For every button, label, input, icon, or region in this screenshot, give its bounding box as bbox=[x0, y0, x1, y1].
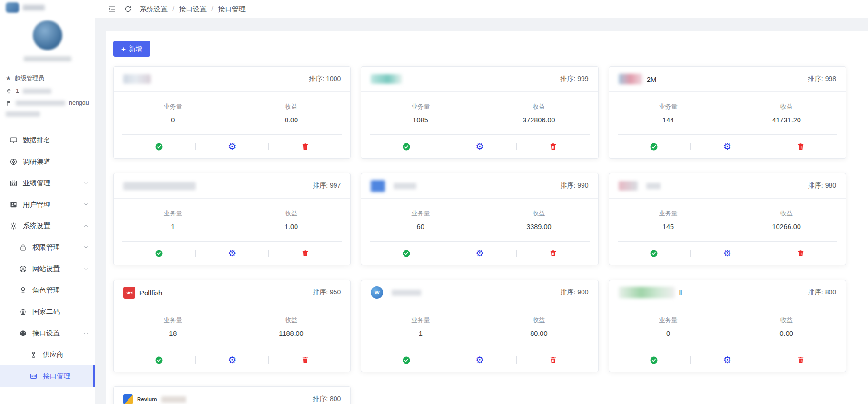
sidebar-item-supplier[interactable]: 供应商 bbox=[0, 344, 95, 365]
provider-card-2: 2M 排序: 998 业务量 144 收益 41731.20 bbox=[609, 66, 846, 159]
settings-action[interactable]: ⚙ bbox=[443, 135, 516, 158]
refresh-icon[interactable] bbox=[124, 5, 132, 13]
delete-action[interactable] bbox=[764, 348, 837, 372]
menu-item-label: 系统设置 bbox=[23, 222, 50, 231]
volume-stat: 业务量 0 bbox=[114, 102, 232, 124]
enable-action[interactable] bbox=[122, 135, 195, 158]
settings-action[interactable]: ⚙ bbox=[691, 348, 764, 372]
sidebar-item-api-mgmt[interactable]: 接口管理 bbox=[0, 365, 95, 387]
settings-action[interactable]: ⚙ bbox=[196, 348, 268, 372]
delete-action[interactable] bbox=[517, 135, 590, 158]
trash-icon bbox=[301, 142, 309, 151]
delete-action[interactable] bbox=[269, 135, 342, 158]
provider-card-9: Revlum 排序: 800 业务量 收益 bbox=[113, 386, 351, 404]
sidebar-item-country-code[interactable]: 国家二码 bbox=[0, 301, 95, 323]
sidebar-item-role-mgmt[interactable]: 角色管理 bbox=[0, 280, 95, 301]
enable-action[interactable] bbox=[370, 135, 443, 158]
enable-action[interactable] bbox=[618, 242, 690, 265]
delete-action[interactable] bbox=[764, 242, 837, 265]
revenue-label: 收益 bbox=[727, 102, 846, 111]
enable-action[interactable] bbox=[618, 348, 690, 372]
sidebar-item-survey-channel[interactable]: 调研渠道 bbox=[0, 151, 95, 172]
monitor-icon bbox=[10, 136, 18, 144]
sort-badge: 排序: 1000 bbox=[309, 75, 341, 83]
settings-action[interactable]: ⚙ bbox=[196, 135, 268, 158]
provider-card-4: 排序: 990 业务量 60 收益 3389.00 ⚙ bbox=[361, 173, 598, 265]
sidebar-menu: 数据排名 调研渠道 业绩管理 用户管理 系统设置 权限管理 网站设置 角色管理 … bbox=[0, 130, 95, 387]
topbar: 系统设置 / 接口设置 / 接口管理 bbox=[95, 0, 868, 18]
revenue-stat: 收益 1188.00 bbox=[232, 316, 351, 337]
delete-action[interactable] bbox=[517, 348, 590, 372]
sort-badge: 排序: 998 bbox=[808, 75, 836, 83]
provider-title-text: ll bbox=[679, 289, 682, 297]
sidebar-item-api-settings[interactable]: 接口设置 bbox=[0, 323, 95, 344]
sort-label: 排序: bbox=[561, 288, 576, 296]
breadcrumb-item-system-settings[interactable]: 系统设置 bbox=[140, 5, 168, 14]
volume-stat: 业务量 145 bbox=[609, 209, 728, 231]
revenue-stat: 收益 0.00 bbox=[727, 316, 846, 337]
settings-action[interactable]: ⚙ bbox=[196, 242, 268, 265]
sort-badge: 排序: 997 bbox=[313, 182, 341, 190]
sort-badge: 排序: 999 bbox=[561, 75, 589, 83]
sidebar-item-site-settings[interactable]: 网站设置 bbox=[0, 258, 95, 280]
card-stats: 业务量 144 收益 41731.20 bbox=[609, 92, 846, 134]
enable-action[interactable] bbox=[370, 348, 443, 372]
chevron-up-icon bbox=[83, 331, 89, 336]
settings-action[interactable]: ⚙ bbox=[443, 348, 516, 372]
sort-badge: 排序: 800 bbox=[808, 288, 836, 297]
sidebar-item-user-mgmt[interactable]: 用户管理 bbox=[0, 194, 95, 215]
check-circle-icon bbox=[650, 142, 658, 151]
settings-action[interactable]: ⚙ bbox=[691, 242, 764, 265]
provider-card-6: Pollfish 排序: 950 业务量 18 收益 1188.00 bbox=[113, 280, 351, 372]
volume-stat: 业务量 18 bbox=[114, 316, 232, 337]
enable-action[interactable] bbox=[122, 348, 195, 372]
provider-title: Pollfish bbox=[123, 287, 162, 299]
provider-logo bbox=[123, 74, 151, 84]
sidebar-item-permission[interactable]: 权限管理 bbox=[0, 237, 95, 258]
revenue-label: 收益 bbox=[480, 316, 598, 324]
card-header: Revlum 排序: 800 bbox=[114, 387, 350, 404]
collapse-sidebar-icon[interactable] bbox=[108, 5, 116, 13]
revenue-label: 收益 bbox=[480, 102, 598, 111]
sort-label: 排序: bbox=[313, 182, 328, 189]
survey-icon bbox=[10, 158, 18, 166]
plus-icon: + bbox=[121, 45, 126, 52]
globe-icon bbox=[19, 265, 27, 273]
user-role-row: ★ 超级管理员 bbox=[6, 74, 90, 82]
user-info: ★ 超级管理员 1 hengdu bbox=[0, 74, 95, 117]
breadcrumb-item-api-settings[interactable]: 接口设置 bbox=[179, 5, 207, 14]
flag-icon bbox=[6, 100, 12, 106]
volume-stat: 业务量 0 bbox=[609, 316, 728, 337]
delete-action[interactable] bbox=[764, 135, 837, 158]
check-circle-icon bbox=[650, 356, 658, 364]
trash-icon bbox=[549, 356, 557, 364]
divider bbox=[5, 68, 90, 68]
sidebar-item-system-settings[interactable]: 系统设置 bbox=[0, 215, 95, 237]
star-icon: ★ bbox=[6, 75, 11, 81]
settings-action[interactable]: ⚙ bbox=[691, 135, 764, 158]
settings-action[interactable]: ⚙ bbox=[443, 242, 516, 265]
provider-card-5: 排序: 980 业务量 145 收益 10266.00 ⚙ bbox=[609, 173, 846, 265]
gear-icon: ⚙ bbox=[475, 355, 483, 364]
volume-value: 18 bbox=[114, 330, 232, 337]
sidebar-item-performance[interactable]: 业绩管理 bbox=[0, 172, 95, 194]
delete-action[interactable] bbox=[269, 348, 342, 372]
provider-logo bbox=[619, 181, 638, 191]
enable-action[interactable] bbox=[370, 242, 443, 265]
add-button[interactable]: + 新增 bbox=[113, 41, 150, 57]
volume-label: 业务量 bbox=[114, 102, 232, 111]
enable-action[interactable] bbox=[618, 135, 690, 158]
revenue-value: 1188.00 bbox=[232, 330, 351, 337]
lock-icon bbox=[19, 243, 27, 252]
delete-action[interactable] bbox=[517, 242, 590, 265]
chevron-down-icon bbox=[83, 202, 89, 207]
enable-action[interactable] bbox=[122, 242, 195, 265]
sidebar-item-data-ranking[interactable]: 数据排名 bbox=[0, 130, 95, 151]
user-flag-row: hengdu bbox=[6, 100, 90, 106]
volume-stat: 业务量 1 bbox=[114, 209, 232, 231]
card-header: 2M 排序: 998 bbox=[609, 67, 846, 92]
sort-value: 999 bbox=[577, 75, 588, 82]
sidebar: ★ 超级管理员 1 hengdu 数据排名 调研渠道 bbox=[0, 0, 95, 404]
delete-action[interactable] bbox=[269, 242, 342, 265]
check-circle-icon bbox=[402, 249, 411, 258]
